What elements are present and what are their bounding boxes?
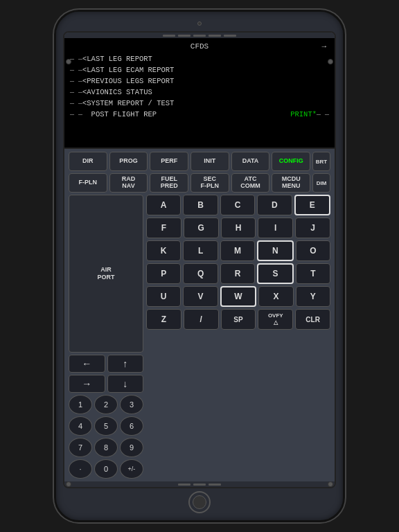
btn-v[interactable]: V — [183, 286, 218, 307]
screw-tl — [66, 59, 71, 64]
btn-i[interactable]: I — [258, 218, 293, 238]
lsk-left-3[interactable]: — — — [70, 78, 82, 85]
btn-a[interactable]: A — [146, 195, 181, 215]
btn-y[interactable]: Y — [296, 286, 330, 307]
btn-arrow-up[interactable]: ↑ — [107, 355, 144, 373]
alpha-row-ae: A B C D E — [146, 195, 330, 215]
btn-t[interactable]: T — [296, 263, 330, 284]
btn-n[interactable]: N — [257, 240, 293, 261]
screw-tr — [328, 59, 333, 64]
display-line-5: — — <SYSTEM REPORT / TEST — [70, 98, 329, 109]
btn-radnav[interactable]: RAD NAV — [109, 173, 148, 193]
line-text-2: <LAST LEG ECAM REPORT — [82, 66, 317, 74]
line-text-3: <PREVIOUS LEGS REPORT — [82, 77, 317, 85]
btn-q[interactable]: Q — [183, 263, 218, 284]
lsk-left-2[interactable]: — — — [70, 66, 82, 74]
display-line-3: — — <PREVIOUS LEGS REPORT — [70, 76, 329, 87]
keyboard-section: AIR PORT ← ↑ → ↓ 1 2 3 4 5 — [69, 195, 330, 479]
screen-top-deco — [64, 33, 335, 38]
numpad: 1 2 3 4 5 6 7 8 9 · 0 +/- — [69, 395, 143, 479]
btn-2[interactable]: 2 — [94, 395, 118, 414]
btn-arrow-right[interactable]: → — [69, 375, 105, 393]
btn-l[interactable]: L — [183, 240, 218, 261]
arrow-row-1: ← ↑ — [69, 355, 143, 373]
btn-clr[interactable]: CLR — [295, 309, 330, 330]
btn-plusminus[interactable]: +/- — [120, 459, 143, 479]
btn-slash[interactable]: / — [184, 309, 219, 330]
btn-airport[interactable]: AIR PORT — [69, 195, 143, 353]
btn-dot[interactable]: · — [69, 459, 92, 479]
btn-fuelpred[interactable]: FUEL PRED — [150, 173, 188, 193]
btn-u[interactable]: U — [146, 286, 181, 307]
btn-init[interactable]: INIT — [190, 152, 229, 171]
btn-atccomm[interactable]: ATC COMM — [231, 173, 270, 193]
btn-m[interactable]: M — [220, 240, 255, 261]
lsk-left-5[interactable]: — — — [70, 100, 82, 107]
lsk-left-6[interactable]: — — — [70, 111, 82, 118]
line-text-5: <SYSTEM REPORT / TEST — [82, 99, 317, 107]
btn-x[interactable]: X — [258, 286, 293, 307]
btn-j[interactable]: J — [295, 218, 330, 238]
home-button-inner — [193, 495, 206, 509]
btn-sp[interactable]: SP — [221, 309, 256, 330]
btn-9[interactable]: 9 — [120, 438, 143, 457]
btn-h[interactable]: H — [221, 218, 256, 238]
btn-g[interactable]: G — [184, 218, 219, 238]
btn-arrow-down[interactable]: ↓ — [107, 375, 144, 393]
lsk-left-1[interactable]: — — — [70, 55, 82, 63]
btn-brt[interactable]: BRT — [312, 152, 330, 171]
screw-br — [328, 481, 333, 487]
btn-prog[interactable]: PROG — [109, 152, 148, 171]
btn-z[interactable]: Z — [146, 309, 181, 330]
btn-ovfy[interactable]: OVFY △ — [258, 309, 293, 330]
alpha-row-ko: K L M N O — [146, 240, 330, 261]
btn-secfpln[interactable]: SEC F-PLN — [190, 173, 229, 193]
display-arrow: → — [321, 42, 326, 51]
btn-4[interactable]: 4 — [69, 416, 92, 436]
btn-0[interactable]: 0 — [94, 459, 118, 479]
arrow-row-2: → ↓ — [69, 375, 143, 393]
screw-bl — [66, 481, 71, 487]
btn-1[interactable]: 1 — [69, 395, 92, 414]
btn-p[interactable]: P — [146, 263, 181, 284]
btn-b[interactable]: B — [183, 195, 218, 215]
btn-data[interactable]: DATA — [231, 152, 270, 171]
btn-3[interactable]: 3 — [120, 395, 143, 414]
line-text-4: <AVIONICS STATUS — [82, 88, 317, 96]
btn-k[interactable]: K — [146, 240, 181, 261]
btn-dim[interactable]: DIM — [312, 173, 330, 193]
home-button[interactable] — [188, 491, 211, 513]
btn-c[interactable]: C — [220, 195, 255, 215]
alpha-section: A B C D E F G H I J — [146, 195, 330, 479]
btn-r[interactable]: R — [220, 263, 255, 284]
btn-7[interactable]: 7 — [69, 438, 92, 457]
alpha-row-uy: U V W X Y — [146, 286, 330, 307]
tablet-device: CFDS → — — <LAST LEG REPORT — — <LAST LE… — [54, 10, 345, 522]
btn-w[interactable]: W — [220, 286, 256, 307]
print-label: PRINT* — [200, 110, 317, 118]
btn-dir[interactable]: DIR — [69, 152, 107, 171]
btn-arrow-left[interactable]: ← — [69, 355, 105, 373]
lsk-left-4[interactable]: — — — [70, 89, 82, 96]
btn-d[interactable]: D — [257, 195, 292, 215]
display-title: CFDS — [190, 42, 209, 51]
func-row-2: F-PLN RAD NAV FUEL PRED SEC F-PLN ATC CO… — [69, 173, 330, 193]
btn-perf[interactable]: PERF — [150, 152, 188, 171]
btn-6[interactable]: 6 — [120, 416, 143, 436]
display-line-4: — — <AVIONICS STATUS — [70, 87, 329, 98]
func-row-1: DIR PROG PERF INIT DATA CONFIG BRT — [69, 152, 330, 171]
alpha-row-pt: P Q R S T — [146, 263, 330, 284]
btn-5[interactable]: 5 — [94, 416, 118, 436]
btn-s[interactable]: S — [257, 263, 293, 284]
btn-e[interactable]: E — [294, 195, 330, 215]
btn-fpln[interactable]: F-PLN — [69, 173, 107, 193]
btn-mcdumenu[interactable]: MCDU MENU — [272, 173, 310, 193]
lsk-right-6[interactable]: — — — [317, 111, 329, 118]
display-line-2: — — <LAST LEG ECAM REPORT — [70, 64, 329, 76]
line-text-1: <LAST LEG REPORT — [82, 55, 317, 63]
screen-area: CFDS → — — <LAST LEG REPORT — — <LAST LE… — [63, 31, 336, 488]
btn-config[interactable]: CONFIG — [272, 152, 310, 171]
btn-o[interactable]: O — [296, 240, 330, 261]
btn-f[interactable]: F — [146, 218, 181, 238]
btn-8[interactable]: 8 — [94, 438, 118, 457]
